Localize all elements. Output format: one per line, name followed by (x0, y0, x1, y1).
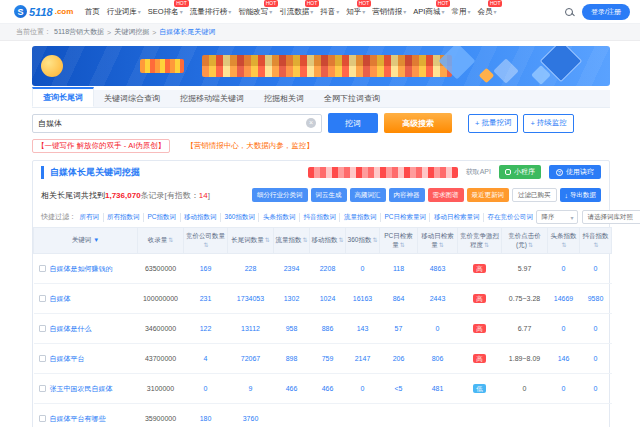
row-checkbox[interactable] (39, 295, 46, 302)
action-button-6[interactable]: 过滤已购买 (512, 188, 557, 202)
numeric-link[interactable]: 759 (322, 355, 334, 362)
filter-link-5[interactable]: 头条指数词 (259, 213, 300, 222)
numeric-link[interactable]: 14669 (554, 295, 573, 302)
promo-banner[interactable] (32, 46, 610, 86)
column-header-0[interactable]: 关键词▼ (34, 228, 138, 254)
keyword-search-input[interactable] (38, 119, 306, 128)
keyword-link[interactable]: 自媒体是如何赚钱的 (50, 265, 113, 272)
numeric-link[interactable]: 4 (204, 355, 208, 362)
nav-item-9[interactable]: HOTAPI商城▾ (413, 7, 444, 17)
numeric-link[interactable]: 146 (558, 355, 570, 362)
mini-program-button[interactable]: 小程序 (499, 165, 541, 179)
login-button[interactable]: 登录/注册 (582, 4, 630, 20)
numeric-link[interactable]: 4863 (430, 265, 446, 272)
nav-item-11[interactable]: HOT会员▾ (477, 7, 496, 17)
sort-icon[interactable]: ⇅ (265, 237, 270, 243)
filter-link-3[interactable]: 移动指数词 (181, 213, 222, 222)
numeric-link[interactable]: 0 (204, 385, 208, 392)
promo-link-ai-writing[interactable]: 【一键写作 解放你的双手 - AI伪原创】 (32, 139, 170, 153)
wordbank-compare-select[interactable]: 请选择词库对照 ▾ (582, 210, 640, 224)
numeric-link[interactable]: 72067 (241, 355, 260, 362)
numeric-link[interactable]: 2394 (284, 265, 300, 272)
numeric-link[interactable]: 0 (594, 265, 598, 272)
promo-link-marketing-intel[interactable]: 【营销情报中心，大数据内参，监控】 (186, 141, 314, 151)
advanced-search-button[interactable]: 高级搜索 (384, 113, 452, 133)
nav-item-10[interactable]: 常用▾ (451, 7, 470, 17)
keyword-link[interactable]: 自媒体平台有哪些 (50, 415, 106, 422)
sort-icon[interactable]: ⇅ (439, 242, 444, 248)
tab-4[interactable]: 全网下拉词查询 (314, 90, 390, 107)
numeric-link[interactable]: 2147 (355, 355, 371, 362)
action-button-4[interactable]: 需求图谱 (428, 188, 464, 202)
keyword-link[interactable]: 自媒体平台 (50, 355, 85, 362)
numeric-link[interactable]: 180 (200, 415, 212, 422)
sort-icon[interactable]: ⇅ (561, 242, 566, 248)
numeric-link[interactable]: 1024 (320, 295, 336, 302)
numeric-link[interactable]: 169 (200, 265, 212, 272)
numeric-link[interactable]: 466 (286, 385, 298, 392)
action-button-7[interactable]: ↓导出数据 (560, 188, 602, 202)
sort-icon[interactable]: ⇅ (484, 242, 489, 248)
nav-item-3[interactable]: 流量排行榜▾ (190, 7, 232, 17)
sort-icon[interactable]: ⇅ (593, 242, 598, 248)
numeric-link[interactable]: 1734053 (237, 295, 264, 302)
filter-link-9[interactable]: 移动日检索量词 (430, 213, 484, 222)
numeric-link[interactable]: 864 (393, 295, 405, 302)
keyword-link[interactable]: 张玉中国农民自媒体 (50, 385, 113, 392)
numeric-link[interactable]: <5 (395, 385, 403, 392)
sort-icon[interactable]: ⇅ (203, 242, 208, 248)
numeric-link[interactable]: 0 (562, 325, 566, 332)
nav-item-7[interactable]: HOT知乎▾ (346, 7, 365, 17)
nav-item-1[interactable]: 行业词库▾ (107, 7, 141, 17)
action-button-2[interactable]: 高频词汇 (350, 188, 386, 202)
filter-link-1[interactable]: 所有指数词 (104, 213, 145, 222)
keyword-link[interactable]: 自媒体是什么 (50, 325, 92, 332)
filter-funnel-icon[interactable]: ▼ (93, 237, 99, 243)
nav-item-4[interactable]: HOT智能改写▾ (238, 7, 272, 17)
filter-link-7[interactable]: 流量指数词 (340, 213, 381, 222)
numeric-link[interactable]: 0 (361, 385, 365, 392)
sort-icon[interactable]: ⇅ (168, 237, 173, 243)
column-header-4[interactable]: 流量指数⇅ (274, 228, 310, 254)
column-header-11[interactable]: 头条指数⇅ (548, 228, 580, 254)
filter-link-0[interactable]: 所有词 (76, 213, 104, 222)
keyword-link[interactable]: 自媒体 (50, 295, 71, 302)
numeric-link[interactable]: 122 (200, 325, 212, 332)
numeric-link[interactable]: 2443 (430, 295, 446, 302)
dig-keywords-button[interactable]: 挖词 (328, 113, 378, 133)
sort-icon[interactable]: ⇅ (338, 237, 343, 243)
row-checkbox[interactable] (39, 415, 46, 422)
numeric-link[interactable]: 958 (286, 325, 298, 332)
numeric-link[interactable]: 228 (245, 265, 257, 272)
numeric-link[interactable]: 13112 (241, 325, 260, 332)
numeric-link[interactable]: 143 (357, 325, 369, 332)
numeric-link[interactable]: 231 (200, 295, 212, 302)
column-header-5[interactable]: 移动指数⇅ (310, 228, 346, 254)
logo[interactable]: S 5118 .com (14, 5, 73, 18)
numeric-link[interactable]: 206 (393, 355, 405, 362)
tab-0[interactable]: 查询长尾词 (32, 87, 94, 107)
numeric-link[interactable]: 57 (395, 325, 403, 332)
column-header-10[interactable]: 竞价点击价(元)⇅ (502, 228, 548, 254)
filter-link-8[interactable]: PC日检索量词 (381, 213, 431, 222)
sort-icon[interactable]: ⇅ (372, 237, 377, 243)
row-checkbox[interactable] (39, 355, 46, 362)
continuous-monitor-button[interactable]: + 持续监控 (523, 114, 573, 133)
numeric-link[interactable]: 0 (594, 385, 598, 392)
numeric-link[interactable]: 1302 (284, 295, 300, 302)
numeric-link[interactable]: 0 (436, 325, 440, 332)
numeric-link[interactable]: 0 (594, 355, 598, 362)
filter-link-2[interactable]: PC指数词 (144, 213, 181, 222)
get-api-link[interactable]: 获取API (466, 167, 491, 177)
numeric-link[interactable]: 3760 (243, 415, 259, 422)
sort-icon[interactable]: ⇅ (400, 242, 405, 248)
nav-item-6[interactable]: 抖音▾ (320, 7, 339, 17)
filter-link-10[interactable]: 存在竞价公司词 (484, 213, 537, 222)
tab-2[interactable]: 挖掘移动端关键词 (170, 90, 254, 107)
numeric-link[interactable]: 16163 (353, 295, 372, 302)
sort-order-select[interactable]: 降序 ▾ (536, 210, 578, 224)
numeric-link[interactable]: 0 (594, 325, 598, 332)
tab-1[interactable]: 关键词综合查询 (94, 90, 170, 107)
column-header-8[interactable]: 移动日检索量⇅ (418, 228, 458, 254)
column-header-9[interactable]: 竞价竞争激烈程度⇅ (458, 228, 502, 254)
